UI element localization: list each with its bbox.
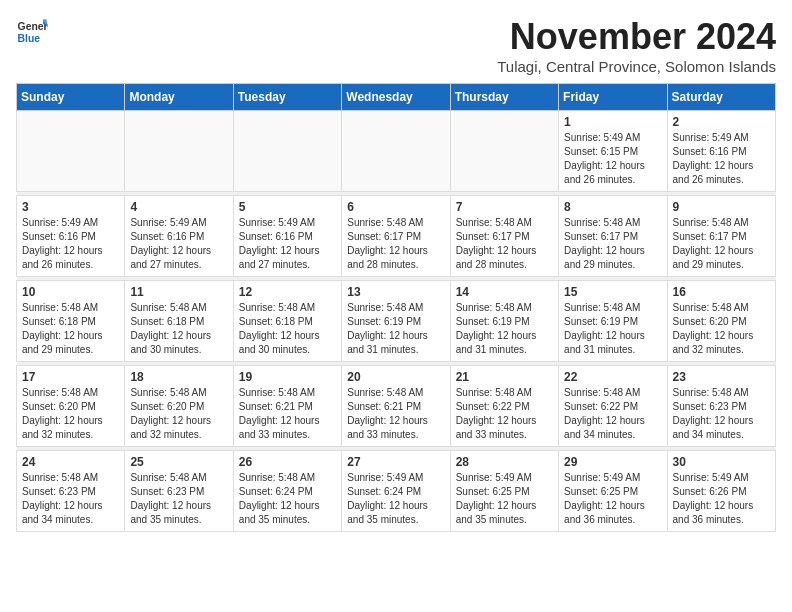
- table-row: 22Sunrise: 5:48 AM Sunset: 6:22 PM Dayli…: [559, 366, 667, 447]
- day-number: 28: [456, 455, 553, 469]
- day-detail: Sunrise: 5:49 AM Sunset: 6:16 PM Dayligh…: [673, 131, 770, 187]
- table-row: 4Sunrise: 5:49 AM Sunset: 6:16 PM Daylig…: [125, 196, 233, 277]
- day-detail: Sunrise: 5:48 AM Sunset: 6:18 PM Dayligh…: [239, 301, 336, 357]
- table-row: 1Sunrise: 5:49 AM Sunset: 6:15 PM Daylig…: [559, 111, 667, 192]
- day-detail: Sunrise: 5:49 AM Sunset: 6:25 PM Dayligh…: [456, 471, 553, 527]
- table-row: 24Sunrise: 5:48 AM Sunset: 6:23 PM Dayli…: [17, 451, 125, 532]
- week-row-3: 10Sunrise: 5:48 AM Sunset: 6:18 PM Dayli…: [17, 281, 776, 362]
- day-detail: Sunrise: 5:49 AM Sunset: 6:26 PM Dayligh…: [673, 471, 770, 527]
- day-detail: Sunrise: 5:48 AM Sunset: 6:22 PM Dayligh…: [456, 386, 553, 442]
- day-detail: Sunrise: 5:48 AM Sunset: 6:17 PM Dayligh…: [456, 216, 553, 272]
- title-block: November 2024 Tulagi, Central Province, …: [497, 16, 776, 75]
- table-row: 30Sunrise: 5:49 AM Sunset: 6:26 PM Dayli…: [667, 451, 775, 532]
- day-detail: Sunrise: 5:48 AM Sunset: 6:21 PM Dayligh…: [239, 386, 336, 442]
- table-row: 10Sunrise: 5:48 AM Sunset: 6:18 PM Dayli…: [17, 281, 125, 362]
- day-detail: Sunrise: 5:48 AM Sunset: 6:23 PM Dayligh…: [673, 386, 770, 442]
- day-number: 13: [347, 285, 444, 299]
- day-detail: Sunrise: 5:48 AM Sunset: 6:22 PM Dayligh…: [564, 386, 661, 442]
- page-header: General Blue November 2024 Tulagi, Centr…: [16, 16, 776, 75]
- day-detail: Sunrise: 5:49 AM Sunset: 6:25 PM Dayligh…: [564, 471, 661, 527]
- table-row: 12Sunrise: 5:48 AM Sunset: 6:18 PM Dayli…: [233, 281, 341, 362]
- logo-icon: General Blue: [16, 16, 48, 48]
- day-number: 16: [673, 285, 770, 299]
- day-number: 21: [456, 370, 553, 384]
- day-detail: Sunrise: 5:48 AM Sunset: 6:20 PM Dayligh…: [130, 386, 227, 442]
- table-row: 21Sunrise: 5:48 AM Sunset: 6:22 PM Dayli…: [450, 366, 558, 447]
- day-detail: Sunrise: 5:48 AM Sunset: 6:18 PM Dayligh…: [22, 301, 119, 357]
- table-row: 26Sunrise: 5:48 AM Sunset: 6:24 PM Dayli…: [233, 451, 341, 532]
- table-row: 5Sunrise: 5:49 AM Sunset: 6:16 PM Daylig…: [233, 196, 341, 277]
- table-row: 11Sunrise: 5:48 AM Sunset: 6:18 PM Dayli…: [125, 281, 233, 362]
- day-detail: Sunrise: 5:48 AM Sunset: 6:19 PM Dayligh…: [564, 301, 661, 357]
- day-detail: Sunrise: 5:48 AM Sunset: 6:17 PM Dayligh…: [347, 216, 444, 272]
- day-detail: Sunrise: 5:48 AM Sunset: 6:24 PM Dayligh…: [239, 471, 336, 527]
- table-row: 25Sunrise: 5:48 AM Sunset: 6:23 PM Dayli…: [125, 451, 233, 532]
- day-detail: Sunrise: 5:48 AM Sunset: 6:18 PM Dayligh…: [130, 301, 227, 357]
- header-sunday: Sunday: [17, 84, 125, 111]
- table-row: 15Sunrise: 5:48 AM Sunset: 6:19 PM Dayli…: [559, 281, 667, 362]
- day-detail: Sunrise: 5:48 AM Sunset: 6:20 PM Dayligh…: [22, 386, 119, 442]
- day-number: 30: [673, 455, 770, 469]
- table-row: 7Sunrise: 5:48 AM Sunset: 6:17 PM Daylig…: [450, 196, 558, 277]
- day-detail: Sunrise: 5:48 AM Sunset: 6:23 PM Dayligh…: [130, 471, 227, 527]
- header-monday: Monday: [125, 84, 233, 111]
- day-detail: Sunrise: 5:49 AM Sunset: 6:16 PM Dayligh…: [22, 216, 119, 272]
- table-row: 6Sunrise: 5:48 AM Sunset: 6:17 PM Daylig…: [342, 196, 450, 277]
- day-detail: Sunrise: 5:48 AM Sunset: 6:19 PM Dayligh…: [456, 301, 553, 357]
- header-tuesday: Tuesday: [233, 84, 341, 111]
- day-number: 18: [130, 370, 227, 384]
- day-number: 25: [130, 455, 227, 469]
- table-row: 27Sunrise: 5:49 AM Sunset: 6:24 PM Dayli…: [342, 451, 450, 532]
- table-row: 8Sunrise: 5:48 AM Sunset: 6:17 PM Daylig…: [559, 196, 667, 277]
- day-number: 7: [456, 200, 553, 214]
- day-number: 26: [239, 455, 336, 469]
- day-number: 6: [347, 200, 444, 214]
- day-detail: Sunrise: 5:48 AM Sunset: 6:17 PM Dayligh…: [673, 216, 770, 272]
- day-number: 9: [673, 200, 770, 214]
- table-row: 9Sunrise: 5:48 AM Sunset: 6:17 PM Daylig…: [667, 196, 775, 277]
- table-row: 20Sunrise: 5:48 AM Sunset: 6:21 PM Dayli…: [342, 366, 450, 447]
- table-row: [125, 111, 233, 192]
- week-row-4: 17Sunrise: 5:48 AM Sunset: 6:20 PM Dayli…: [17, 366, 776, 447]
- day-number: 11: [130, 285, 227, 299]
- weekday-header-row: Sunday Monday Tuesday Wednesday Thursday…: [17, 84, 776, 111]
- week-row-2: 3Sunrise: 5:49 AM Sunset: 6:16 PM Daylig…: [17, 196, 776, 277]
- table-row: 2Sunrise: 5:49 AM Sunset: 6:16 PM Daylig…: [667, 111, 775, 192]
- day-number: 5: [239, 200, 336, 214]
- day-number: 15: [564, 285, 661, 299]
- header-saturday: Saturday: [667, 84, 775, 111]
- table-row: 3Sunrise: 5:49 AM Sunset: 6:16 PM Daylig…: [17, 196, 125, 277]
- day-number: 14: [456, 285, 553, 299]
- day-detail: Sunrise: 5:49 AM Sunset: 6:16 PM Dayligh…: [130, 216, 227, 272]
- table-row: 17Sunrise: 5:48 AM Sunset: 6:20 PM Dayli…: [17, 366, 125, 447]
- day-detail: Sunrise: 5:48 AM Sunset: 6:23 PM Dayligh…: [22, 471, 119, 527]
- day-number: 2: [673, 115, 770, 129]
- day-number: 22: [564, 370, 661, 384]
- header-wednesday: Wednesday: [342, 84, 450, 111]
- day-number: 3: [22, 200, 119, 214]
- table-row: 16Sunrise: 5:48 AM Sunset: 6:20 PM Dayli…: [667, 281, 775, 362]
- day-detail: Sunrise: 5:48 AM Sunset: 6:19 PM Dayligh…: [347, 301, 444, 357]
- day-number: 17: [22, 370, 119, 384]
- day-number: 23: [673, 370, 770, 384]
- day-number: 20: [347, 370, 444, 384]
- day-number: 1: [564, 115, 661, 129]
- header-thursday: Thursday: [450, 84, 558, 111]
- day-number: 4: [130, 200, 227, 214]
- table-row: 28Sunrise: 5:49 AM Sunset: 6:25 PM Dayli…: [450, 451, 558, 532]
- week-row-1: 1Sunrise: 5:49 AM Sunset: 6:15 PM Daylig…: [17, 111, 776, 192]
- table-row: 18Sunrise: 5:48 AM Sunset: 6:20 PM Dayli…: [125, 366, 233, 447]
- table-row: 19Sunrise: 5:48 AM Sunset: 6:21 PM Dayli…: [233, 366, 341, 447]
- table-row: [342, 111, 450, 192]
- table-row: 14Sunrise: 5:48 AM Sunset: 6:19 PM Dayli…: [450, 281, 558, 362]
- day-number: 24: [22, 455, 119, 469]
- day-number: 27: [347, 455, 444, 469]
- day-number: 10: [22, 285, 119, 299]
- table-row: [17, 111, 125, 192]
- calendar-table: Sunday Monday Tuesday Wednesday Thursday…: [16, 83, 776, 532]
- table-row: [233, 111, 341, 192]
- day-detail: Sunrise: 5:49 AM Sunset: 6:24 PM Dayligh…: [347, 471, 444, 527]
- table-row: 23Sunrise: 5:48 AM Sunset: 6:23 PM Dayli…: [667, 366, 775, 447]
- day-detail: Sunrise: 5:48 AM Sunset: 6:21 PM Dayligh…: [347, 386, 444, 442]
- day-detail: Sunrise: 5:48 AM Sunset: 6:17 PM Dayligh…: [564, 216, 661, 272]
